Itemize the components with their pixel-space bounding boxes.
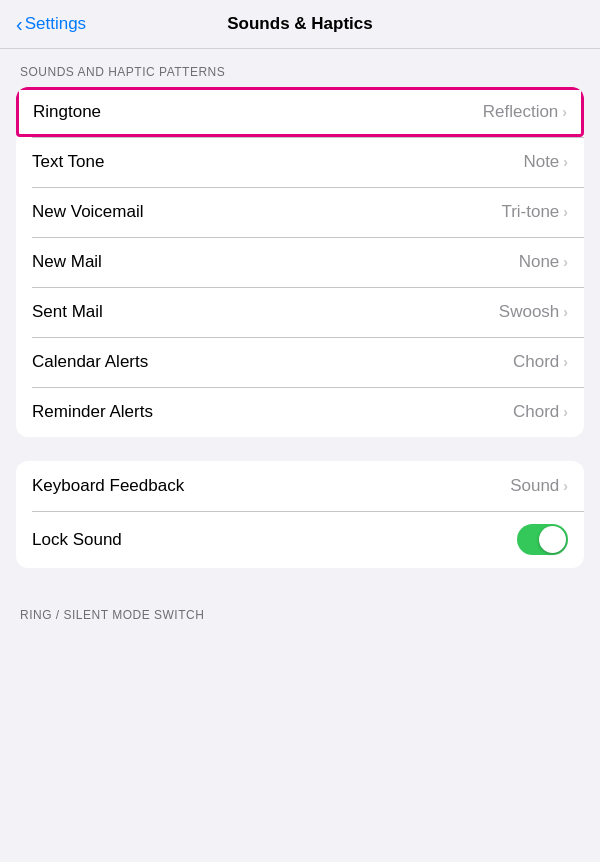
row-sent-mail[interactable]: Sent Mail Swoosh › bbox=[16, 287, 584, 337]
new-mail-value: None bbox=[519, 252, 560, 272]
new-voicemail-value: Tri-tone bbox=[501, 202, 559, 222]
text-tone-label: Text Tone bbox=[32, 152, 104, 172]
row-calendar-alerts[interactable]: Calendar Alerts Chord › bbox=[16, 337, 584, 387]
sent-mail-label: Sent Mail bbox=[32, 302, 103, 322]
row-keyboard-feedback[interactable]: Keyboard Feedback Sound › bbox=[16, 461, 584, 511]
text-tone-value: Note bbox=[523, 152, 559, 172]
calendar-alerts-chevron-icon: › bbox=[563, 354, 568, 370]
new-voicemail-label: New Voicemail bbox=[32, 202, 144, 222]
back-label: Settings bbox=[25, 14, 86, 34]
reminder-alerts-chevron-icon: › bbox=[563, 404, 568, 420]
keyboard-feedback-chevron-icon: › bbox=[563, 478, 568, 494]
row-new-voicemail[interactable]: New Voicemail Tri-tone › bbox=[16, 187, 584, 237]
calendar-alerts-label: Calendar Alerts bbox=[32, 352, 148, 372]
feedback-card: Keyboard Feedback Sound › Lock Sound bbox=[16, 461, 584, 568]
calendar-alerts-value: Chord bbox=[513, 352, 559, 372]
row-ringtone[interactable]: Ringtone Reflection › bbox=[16, 87, 584, 137]
keyboard-feedback-label: Keyboard Feedback bbox=[32, 476, 184, 496]
text-tone-chevron-icon: › bbox=[563, 154, 568, 170]
new-mail-right: None › bbox=[519, 252, 568, 272]
reminder-alerts-right: Chord › bbox=[513, 402, 568, 422]
new-voicemail-right: Tri-tone › bbox=[501, 202, 568, 222]
sent-mail-value: Swoosh bbox=[499, 302, 559, 322]
text-tone-right: Note › bbox=[523, 152, 568, 172]
row-new-mail[interactable]: New Mail None › bbox=[16, 237, 584, 287]
back-button[interactable]: ‹ Settings bbox=[16, 13, 86, 36]
new-mail-chevron-icon: › bbox=[563, 254, 568, 270]
keyboard-feedback-right: Sound › bbox=[510, 476, 568, 496]
row-reminder-alerts[interactable]: Reminder Alerts Chord › bbox=[16, 387, 584, 437]
ringtone-right: Reflection › bbox=[483, 102, 567, 122]
reminder-alerts-value: Chord bbox=[513, 402, 559, 422]
sounds-card: Ringtone Reflection › Text Tone Note › N… bbox=[16, 87, 584, 437]
page-title: Sounds & Haptics bbox=[227, 14, 372, 34]
section3-label: RING / SILENT MODE SWITCH bbox=[0, 592, 600, 630]
new-voicemail-chevron-icon: › bbox=[563, 204, 568, 220]
lock-sound-toggle[interactable] bbox=[517, 524, 568, 555]
ringtone-label: Ringtone bbox=[33, 102, 101, 122]
reminder-alerts-label: Reminder Alerts bbox=[32, 402, 153, 422]
new-mail-label: New Mail bbox=[32, 252, 102, 272]
lock-sound-label: Lock Sound bbox=[32, 530, 122, 550]
section1-label: SOUNDS AND HAPTIC PATTERNS bbox=[0, 49, 600, 87]
row-text-tone[interactable]: Text Tone Note › bbox=[16, 137, 584, 187]
calendar-alerts-right: Chord › bbox=[513, 352, 568, 372]
ringtone-chevron-icon: › bbox=[562, 104, 567, 120]
header: ‹ Settings Sounds & Haptics bbox=[0, 0, 600, 49]
sent-mail-chevron-icon: › bbox=[563, 304, 568, 320]
chevron-left-icon: ‹ bbox=[16, 13, 23, 36]
row-lock-sound[interactable]: Lock Sound bbox=[16, 511, 584, 568]
toggle-knob bbox=[539, 526, 566, 553]
sent-mail-right: Swoosh › bbox=[499, 302, 568, 322]
ringtone-value: Reflection bbox=[483, 102, 559, 122]
keyboard-feedback-value: Sound bbox=[510, 476, 559, 496]
